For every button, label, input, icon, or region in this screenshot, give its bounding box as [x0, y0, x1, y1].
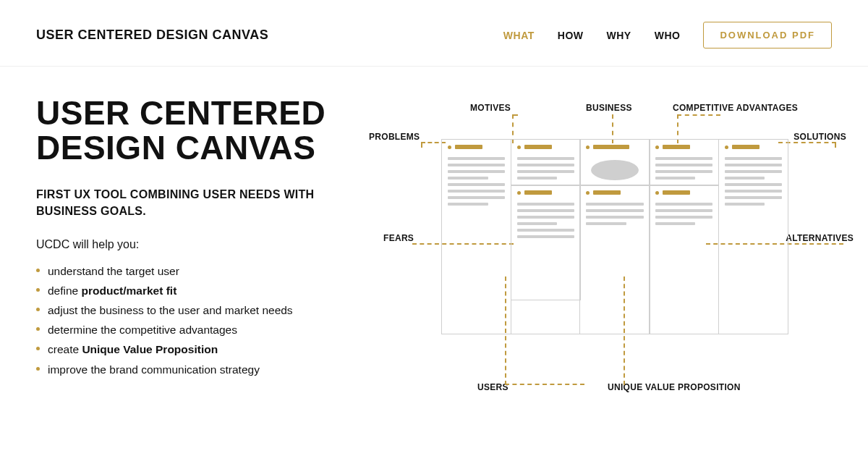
- cell-competitive-advantages: [649, 139, 719, 186]
- nav-link-what[interactable]: WHAT: [503, 30, 535, 41]
- cell-solutions: [718, 139, 788, 334]
- label-solutions: SOLUTIONS: [793, 132, 846, 142]
- placeholder-lines: [655, 157, 712, 183]
- header-bar-icon: [663, 145, 690, 149]
- oval-icon: [591, 160, 639, 180]
- placeholder-lines: [725, 157, 782, 209]
- bullet-icon: [586, 191, 590, 195]
- header-bar-icon: [663, 190, 690, 195]
- header-bar-icon: [524, 190, 552, 195]
- label-competitive-advantages: COMPETITIVE ADVANTAGES: [673, 103, 798, 113]
- bullet-icon: [517, 145, 521, 149]
- label-fears: FEARS: [383, 233, 414, 243]
- header-bar-icon: [732, 145, 760, 149]
- header-bar-icon: [593, 145, 629, 149]
- list-item: determine the competitive advantages: [36, 320, 347, 339]
- bullet-icon: [655, 145, 659, 149]
- list-item: create Unique Value Proposition: [36, 339, 347, 359]
- nav-link-how[interactable]: HOW: [558, 30, 584, 41]
- page-subtitle: FIRST UX TOOL COMBINING USER NEEDS WITH …: [36, 186, 347, 219]
- list-item: understand the target user: [36, 261, 347, 281]
- benefit-list: understand the target user define produc…: [36, 261, 347, 379]
- cell-business: [579, 139, 650, 186]
- cell-problems: [441, 139, 511, 334]
- download-pdf-button[interactable]: DOWNLOAD PDF: [703, 22, 832, 48]
- header-bar-icon: [455, 145, 482, 149]
- canvas-grid: [441, 139, 788, 334]
- canvas-diagram: PROBLEMS MOTIVES BUSINESS COMPETITIVE AD…: [369, 96, 832, 400]
- diagram-wrap: PROBLEMS MOTIVES BUSINESS COMPETITIVE AD…: [369, 96, 832, 400]
- label-problems: PROBLEMS: [369, 132, 420, 142]
- header-bar-icon: [524, 145, 552, 149]
- cell-fears: [511, 185, 581, 300]
- brand-title: USER CENTERED DESIGN CANVAS: [36, 28, 268, 43]
- cell-users: [579, 185, 650, 334]
- list-item: define product/market fit: [36, 281, 347, 300]
- placeholder-lines: [517, 157, 574, 183]
- nav-link-why[interactable]: WHY: [607, 30, 631, 41]
- label-business: BUSINESS: [586, 103, 632, 113]
- bullet-icon: [725, 145, 728, 149]
- cell-motives: [511, 139, 581, 186]
- label-users: USERS: [477, 382, 509, 392]
- bullet-icon: [448, 145, 451, 149]
- hero-copy: USER CENTERED DESIGN CANVAS FIRST UX TOO…: [36, 96, 347, 400]
- placeholder-lines: [517, 203, 574, 242]
- bullet-icon: [517, 191, 521, 195]
- main-content: USER CENTERED DESIGN CANVAS FIRST UX TOO…: [0, 67, 868, 400]
- placeholder-lines: [448, 157, 505, 209]
- header-bar-icon: [593, 190, 621, 195]
- lead-text: UCDC will help you:: [36, 238, 347, 251]
- placeholder-lines: [586, 203, 643, 229]
- site-header: USER CENTERED DESIGN CANVAS WHAT HOW WHY…: [0, 0, 868, 67]
- cell-alternatives: [649, 185, 719, 334]
- label-motives: MOTIVES: [470, 103, 511, 113]
- list-item: improve the brand communication strategy: [36, 360, 347, 379]
- title-line-1: USER CENTERED: [36, 94, 326, 132]
- placeholder-lines: [655, 203, 712, 229]
- nav-link-who[interactable]: WHO: [655, 30, 681, 41]
- label-alternatives: ALTERNATIVES: [786, 233, 854, 243]
- page-title: USER CENTERED DESIGN CANVAS: [36, 96, 347, 166]
- bullet-icon: [586, 145, 590, 149]
- main-nav: WHAT HOW WHY WHO DOWNLOAD PDF: [503, 22, 832, 48]
- list-item: adjust the business to the user and mark…: [36, 300, 347, 320]
- title-line-2: DESIGN CANVAS: [36, 129, 315, 166]
- bullet-icon: [655, 191, 659, 195]
